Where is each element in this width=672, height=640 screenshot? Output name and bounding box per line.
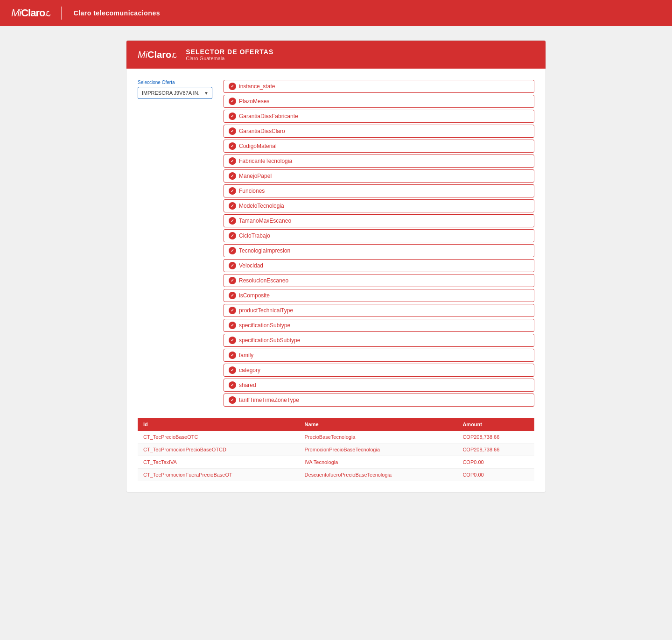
table-body: CT_TecPrecioBaseOTCPrecioBaseTecnologiaC… [138, 431, 534, 481]
check-icon [229, 352, 236, 359]
check-icon [229, 366, 236, 374]
select-wrapper[interactable]: IMPRESORA J9V87A IN... ▼ [138, 87, 212, 99]
attribute-item: TamanoMaxEscaneo [224, 214, 534, 227]
check-icon [229, 232, 236, 239]
check-icon [229, 127, 236, 135]
attribute-label: specificationSubSubtype [239, 337, 300, 344]
attribute-item: shared [224, 379, 534, 392]
table-row: CT_TecTaxIVAIVA TecnologiaCOP0.00 [138, 456, 534, 469]
attribute-item: tariffTimeTimeZoneType [224, 394, 534, 407]
table-header-cell: Name [299, 418, 457, 431]
attribute-label: ManejoPapel [239, 173, 272, 179]
check-icon [229, 83, 236, 90]
inner-header: Mi Claroℒ SELECTOR DE OFERTAS Claro Guat… [126, 41, 546, 69]
attribute-label: instance_state [239, 83, 275, 90]
attribute-item: CicloTrabajo [224, 229, 534, 242]
inner-header-subtitle: Claro Guatemala [186, 56, 273, 61]
attribute-label: GarantiaDiasFabricante [239, 113, 298, 120]
table-cell-id: CT_TecPromocionFueraPrecioBaseOT [138, 469, 299, 481]
select-label: Seleccione Oferta [138, 80, 212, 85]
check-icon [229, 292, 236, 299]
table-cell-amount: COP0.00 [457, 456, 534, 469]
attribute-label: TecnologiaImpresion [239, 247, 290, 254]
attribute-label: family [239, 352, 253, 359]
attribute-item: productTechnicalType [224, 304, 534, 317]
table-head: IdNameAmount [138, 418, 534, 431]
table-row: CT_TecPromocionFueraPrecioBaseOTDescuent… [138, 469, 534, 481]
top-nav-logo: Mi Claroℒ [11, 7, 50, 19]
attribute-item: Velocidad [224, 259, 534, 272]
check-icon [229, 113, 236, 120]
table-cell-name: DescuentofueroPrecioBaseTecnologia [299, 469, 457, 481]
attribute-item: specificationSubSubtype [224, 334, 534, 347]
inner-header-title: SELECTOR DE OFERTAS [186, 48, 273, 56]
table-header-row: IdNameAmount [138, 418, 534, 431]
attribute-label: FabricanteTecnologia [239, 158, 292, 164]
offer-select[interactable]: IMPRESORA J9V87A IN... [138, 87, 212, 99]
table-header-cell: Amount [457, 418, 534, 431]
main-container: Mi Claroℒ SELECTOR DE OFERTAS Claro Guat… [126, 40, 546, 492]
attribute-label: tariffTimeTimeZoneType [239, 397, 299, 403]
table-cell-amount: COP0.00 [457, 469, 534, 481]
check-icon [229, 157, 236, 165]
check-icon [229, 262, 236, 269]
check-icon [229, 322, 236, 329]
attribute-label: ModeloTecnologia [239, 203, 284, 209]
check-icon [229, 307, 236, 314]
check-icon [229, 381, 236, 389]
attribute-item: ResolucionEscaneo [224, 274, 534, 287]
nav-divider [61, 7, 62, 20]
attribute-label: specificationSubtype [239, 322, 290, 329]
attribute-label: CodigoMaterial [239, 143, 277, 149]
attribute-item: Funciones [224, 184, 534, 197]
check-icon [229, 142, 236, 150]
attribute-label: shared [239, 382, 256, 388]
table-cell-id: CT_TecPrecioBaseOTC [138, 431, 299, 443]
inner-header-text: SELECTOR DE OFERTAS Claro Guatemala [186, 48, 273, 61]
attribute-label: TamanoMaxEscaneo [239, 218, 291, 224]
attribute-item: PlazoMeses [224, 95, 534, 108]
left-panel: Seleccione Oferta IMPRESORA J9V87A IN...… [138, 80, 212, 407]
attribute-item: specificationSubtype [224, 319, 534, 332]
attribute-item: GarantiaDiasClaro [224, 125, 534, 138]
attribute-item: CodigoMaterial [224, 140, 534, 153]
inner-logo: Mi Claroℒ [138, 49, 176, 60]
table-row: CT_TecPromocionPrecioBaseOTCDPromocionPr… [138, 443, 534, 456]
attribute-label: category [239, 367, 260, 373]
top-nav: Mi Claroℒ Claro telecomunicaciones [0, 0, 672, 26]
check-icon [229, 277, 236, 284]
table-cell-name: IVA Tecnologia [299, 456, 457, 469]
attribute-label: GarantiaDiasClaro [239, 128, 285, 134]
table-cell-name: PrecioBaseTecnologia [299, 431, 457, 443]
check-icon [229, 98, 236, 105]
attribute-item: ManejoPapel [224, 169, 534, 183]
attribute-item: ModeloTecnologia [224, 199, 534, 212]
table-section: IdNameAmount CT_TecPrecioBaseOTCPrecioBa… [126, 418, 546, 492]
attribute-label: productTechnicalType [239, 307, 293, 314]
table-cell-name: PromocionPrecioBaseTecnologia [299, 443, 457, 456]
attribute-item: FabricanteTecnologia [224, 155, 534, 168]
attribute-label: CicloTrabajo [239, 232, 270, 239]
check-icon [229, 172, 236, 180]
check-icon [229, 396, 236, 404]
check-icon [229, 247, 236, 254]
attribute-label: Velocidad [239, 262, 263, 269]
check-icon [229, 202, 236, 210]
table-cell-id: CT_TecPromocionPrecioBaseOTCD [138, 443, 299, 456]
attribute-label: PlazoMeses [239, 98, 269, 105]
attributes-panel: instance_statePlazoMesesGarantiaDiasFabr… [224, 80, 534, 407]
check-icon [229, 187, 236, 195]
table-cell-amount: COP208,738.66 [457, 431, 534, 443]
table-row: CT_TecPrecioBaseOTCPrecioBaseTecnologiaC… [138, 431, 534, 443]
table-header-cell: Id [138, 418, 299, 431]
attribute-label: isComposite [239, 292, 270, 299]
attribute-label: Funciones [239, 188, 265, 194]
attribute-item: instance_state [224, 80, 534, 93]
table-cell-id: CT_TecTaxIVA [138, 456, 299, 469]
attribute-item: GarantiaDiasFabricante [224, 110, 534, 123]
check-icon [229, 217, 236, 225]
attribute-item: TecnologiaImpresion [224, 244, 534, 257]
check-icon [229, 337, 236, 344]
data-table: IdNameAmount CT_TecPrecioBaseOTCPrecioBa… [138, 418, 534, 481]
attribute-item: category [224, 364, 534, 377]
